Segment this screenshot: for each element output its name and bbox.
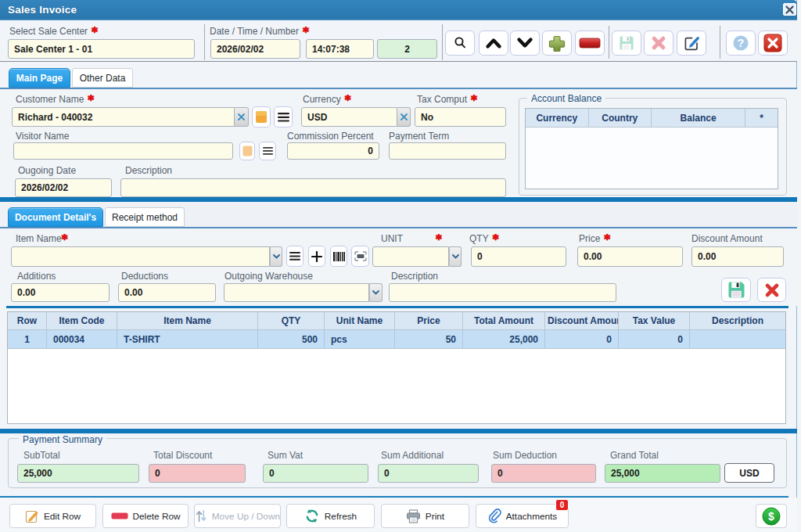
subtotal-label: SubTotal bbox=[23, 450, 60, 461]
row-save-button[interactable] bbox=[721, 278, 751, 302]
discount-amount-field[interactable]: 0.00 bbox=[691, 246, 784, 267]
visitor-folder-button[interactable] bbox=[239, 142, 255, 160]
col-price[interactable]: Price bbox=[395, 312, 463, 329]
currency-usd-button[interactable]: USD bbox=[724, 463, 774, 483]
print-button[interactable]: Print bbox=[381, 504, 469, 528]
sum-additional-field[interactable]: 0 bbox=[378, 464, 479, 483]
grid-row-selected[interactable]: 1 000034 T-SHIRT 500 pcs 50 25,000 0 0 bbox=[8, 330, 785, 349]
cell-tax-value: 0 bbox=[619, 330, 690, 348]
col-tax-value[interactable]: Tax Value bbox=[619, 312, 690, 329]
accbal-col-country: Country bbox=[589, 109, 652, 127]
deductions-field[interactable]: 0.00 bbox=[118, 283, 216, 302]
customer-name-field[interactable]: Richard - 040032 bbox=[12, 107, 235, 127]
warehouse-dropdown[interactable] bbox=[369, 283, 383, 302]
delete-row-icon bbox=[111, 512, 128, 519]
outgoing-warehouse-combo[interactable] bbox=[224, 283, 369, 302]
col-unit-name[interactable]: Unit Name bbox=[325, 312, 395, 329]
move-up-down-button[interactable]: Move Up / Down bbox=[194, 504, 281, 528]
customer-folder-button[interactable] bbox=[252, 106, 271, 128]
edit-row-button[interactable]: Edit Row bbox=[9, 504, 96, 528]
refresh-button[interactable]: Refresh bbox=[286, 504, 375, 528]
grand-total-field[interactable]: 25,000 bbox=[605, 464, 720, 483]
delete-row-button[interactable]: Delete Row bbox=[102, 504, 189, 528]
number-field[interactable]: 2 bbox=[377, 39, 437, 59]
subtotal-field[interactable]: 25,000 bbox=[17, 464, 139, 483]
item-barcode-button[interactable] bbox=[330, 246, 347, 267]
plus-icon bbox=[548, 34, 566, 52]
currency-clear-button[interactable] bbox=[397, 107, 411, 127]
item-name-combo[interactable] bbox=[11, 246, 270, 267]
visitor-list-button[interactable] bbox=[259, 142, 276, 160]
total-discount-field[interactable]: 0 bbox=[149, 464, 246, 483]
unit-dropdown[interactable] bbox=[449, 246, 462, 267]
description-field[interactable] bbox=[120, 178, 506, 197]
date-field[interactable]: 2026/02/02 bbox=[210, 39, 300, 59]
sum-vat-label: Sum Vat bbox=[268, 450, 303, 461]
payment-term-field[interactable] bbox=[389, 142, 506, 160]
col-discount-amount[interactable]: Discount Amount bbox=[545, 312, 619, 329]
price-field[interactable]: 0.00 bbox=[577, 246, 683, 267]
divider bbox=[442, 24, 443, 60]
menu-icon bbox=[289, 252, 300, 261]
item-description-field[interactable] bbox=[389, 283, 616, 302]
edit-row-label: Edit Row bbox=[44, 511, 81, 522]
qty-label: QTY* bbox=[469, 233, 499, 244]
barcode-icon bbox=[333, 252, 345, 261]
help-icon: ? bbox=[732, 34, 749, 52]
item-name-label: Item Name* bbox=[16, 233, 68, 244]
commission-percent-field[interactable]: 0 bbox=[287, 142, 379, 160]
col-qty[interactable]: QTY bbox=[258, 312, 325, 329]
visitor-name-field[interactable] bbox=[13, 142, 233, 160]
accbal-col-balance: Balance bbox=[652, 109, 745, 127]
col-item-code[interactable]: Item Code bbox=[47, 312, 117, 329]
cell-row: 1 bbox=[8, 330, 47, 348]
tab-receipt-method[interactable]: Receipt method bbox=[105, 207, 185, 227]
cancel-button[interactable] bbox=[644, 31, 673, 56]
item-list-button[interactable] bbox=[286, 246, 304, 267]
sum-deduction-field[interactable]: 0 bbox=[491, 464, 596, 483]
row-cancel-button[interactable] bbox=[757, 278, 786, 302]
outgoing-date-field[interactable]: 2026/02/02 bbox=[15, 178, 112, 197]
item-add-button[interactable] bbox=[308, 246, 325, 267]
description-label: Description bbox=[125, 165, 172, 176]
previous-button[interactable] bbox=[479, 31, 508, 56]
col-row[interactable]: Row bbox=[8, 312, 47, 329]
col-description[interactable]: Description bbox=[690, 312, 785, 329]
item-scan-button[interactable] bbox=[351, 246, 369, 267]
remove-button[interactable] bbox=[575, 31, 605, 56]
customer-list-button[interactable] bbox=[274, 106, 293, 128]
next-button[interactable] bbox=[510, 31, 540, 56]
save-icon bbox=[618, 34, 635, 52]
col-total-amount[interactable]: Total Amount bbox=[463, 312, 545, 329]
tab-main-page[interactable]: Main Page bbox=[9, 68, 70, 88]
currency-field[interactable]: USD bbox=[301, 107, 397, 127]
account-balance-legend: Account Balance bbox=[527, 93, 605, 104]
chevron-down-icon bbox=[516, 37, 533, 49]
item-name-dropdown[interactable] bbox=[270, 246, 282, 267]
save-button[interactable] bbox=[612, 31, 641, 56]
search-button[interactable] bbox=[445, 31, 475, 56]
col-item-name[interactable]: Item Name bbox=[117, 312, 258, 329]
cell-total-amount: 25,000 bbox=[463, 330, 545, 348]
additions-field[interactable]: 0.00 bbox=[11, 283, 110, 302]
add-button[interactable] bbox=[542, 31, 572, 56]
tax-comput-field[interactable]: No bbox=[415, 107, 506, 127]
unit-combo[interactable] bbox=[372, 246, 449, 267]
attachments-button[interactable]: Attachments 0 bbox=[476, 504, 569, 528]
customer-clear-button[interactable] bbox=[235, 107, 249, 127]
clear-x-icon bbox=[238, 113, 245, 120]
tab-document-details[interactable]: Document Detail's bbox=[8, 207, 103, 227]
edit-button[interactable] bbox=[677, 31, 706, 56]
window-close-button[interactable] bbox=[783, 3, 796, 16]
currency-dollar-button[interactable]: $ bbox=[756, 504, 787, 528]
tab-other-data[interactable]: Other Data bbox=[72, 68, 133, 88]
sale-center-field[interactable]: Sale Center 1 - 01 bbox=[8, 39, 195, 59]
help-button[interactable]: ? bbox=[726, 31, 756, 56]
chevron-down-icon bbox=[372, 290, 379, 295]
sum-vat-field[interactable]: 0 bbox=[263, 464, 368, 483]
time-field[interactable]: 14:07:38 bbox=[306, 39, 374, 59]
qty-field[interactable]: 0 bbox=[471, 246, 566, 267]
exit-button[interactable] bbox=[758, 31, 788, 56]
print-icon bbox=[406, 509, 421, 523]
cell-unit-name: pcs bbox=[325, 330, 395, 348]
